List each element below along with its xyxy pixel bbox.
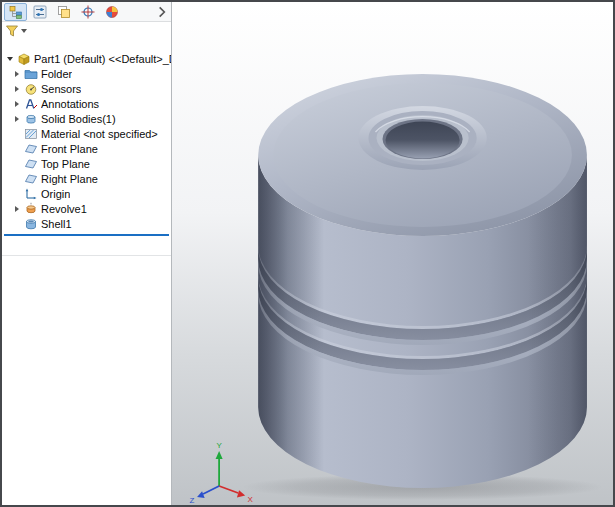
feature-manager-panel: Part1 (Default) <<Default>_Display S Fol… (2, 2, 172, 505)
expand-arrow-icon[interactable] (15, 86, 19, 92)
hole-interior[interactable] (385, 122, 459, 159)
solidworks-window: Part1 (Default) <<Default>_Display S Fol… (0, 0, 615, 507)
tab-configurationmanager[interactable] (52, 3, 75, 21)
tree-item-label: Part1 (Default) <<Default>_Display S (34, 53, 171, 65)
tree-item-label: Folder (41, 68, 72, 80)
tree-item-shell1[interactable]: Shell1 (2, 216, 171, 231)
expand-arrow-icon[interactable] (15, 71, 19, 77)
viewport-3d[interactable]: Y X Z (172, 2, 613, 505)
plane-icon (24, 157, 38, 171)
viewport-canvas[interactable]: Y X Z (172, 2, 613, 505)
plane-icon (24, 142, 38, 156)
shell-icon (24, 217, 38, 231)
tree-item-folder[interactable]: Folder (2, 66, 171, 81)
feature-tree: Part1 (Default) <<Default>_Display S Fol… (2, 39, 171, 236)
tab-featuremanager[interactable] (4, 3, 27, 21)
tree-item-label: Top Plane (41, 158, 90, 170)
sensors-icon (24, 82, 38, 96)
tree-item-label: Front Plane (41, 143, 98, 155)
filter-funnel-icon (5, 24, 19, 38)
origin-icon (24, 187, 38, 201)
tree-item-origin[interactable]: Origin (2, 186, 171, 201)
tree-item-label: Right Plane (41, 173, 98, 185)
annotations-icon (24, 97, 38, 111)
expand-arrow-icon[interactable] (15, 206, 19, 212)
folder-icon (24, 67, 38, 81)
triad-x-label: X (248, 495, 254, 504)
tree-item-label: Origin (41, 188, 70, 200)
tree-item-solid-bodies[interactable]: Solid Bodies(1) (2, 111, 171, 126)
expand-arrow-icon[interactable] (15, 116, 19, 122)
filter-row[interactable] (2, 22, 171, 39)
panel-splitter[interactable] (2, 255, 171, 256)
solid-bodies-icon (24, 112, 38, 126)
tree-item-label: Material <not specified> (41, 128, 158, 140)
dimxpertmanager-tab-icon (81, 5, 95, 19)
tree-item-front-plane[interactable]: Front Plane (2, 141, 171, 156)
tab-overflow-button[interactable] (156, 5, 168, 19)
triad-z-label: Z (190, 496, 195, 505)
tree-item-label: Annotations (41, 98, 99, 110)
expand-arrow-icon[interactable] (15, 101, 19, 107)
part-icon (17, 52, 31, 66)
chevron-right-icon (155, 5, 169, 19)
part-model[interactable] (258, 74, 587, 488)
featuremanager-tab-icon (9, 5, 23, 19)
tree-item-label: Solid Bodies(1) (41, 113, 116, 125)
configurationmanager-tab-icon (57, 5, 71, 19)
tab-dimxpertmanager[interactable] (76, 3, 99, 21)
triad-y-label: Y (216, 441, 222, 450)
tab-propertymanager[interactable] (28, 3, 51, 21)
material-icon (24, 127, 38, 141)
tree-item-label: Shell1 (41, 218, 72, 230)
tree-item-revolve1[interactable]: Revolve1 (2, 201, 171, 216)
tree-item-material[interactable]: Material <not specified> (2, 126, 171, 141)
propertymanager-tab-icon (33, 5, 47, 19)
collapse-arrow-icon[interactable] (7, 57, 13, 61)
rollback-bar[interactable] (4, 234, 169, 236)
tree-item-label: Revolve1 (41, 203, 87, 215)
panel-tab-bar (2, 2, 171, 22)
tree-item-annotations[interactable]: Annotations (2, 96, 171, 111)
tree-item-label: Sensors (41, 83, 81, 95)
tree-item-right-plane[interactable]: Right Plane (2, 171, 171, 186)
filter-dropdown-caret-icon[interactable] (21, 29, 27, 33)
tree-item-sensors[interactable]: Sensors (2, 81, 171, 96)
revolve-icon (24, 202, 38, 216)
displaymanager-tab-icon (105, 5, 119, 19)
tab-displaymanager[interactable] (100, 3, 123, 21)
tree-item-top-plane[interactable]: Top Plane (2, 156, 171, 171)
tree-item-part-root[interactable]: Part1 (Default) <<Default>_Display S (2, 51, 171, 66)
plane-icon (24, 172, 38, 186)
